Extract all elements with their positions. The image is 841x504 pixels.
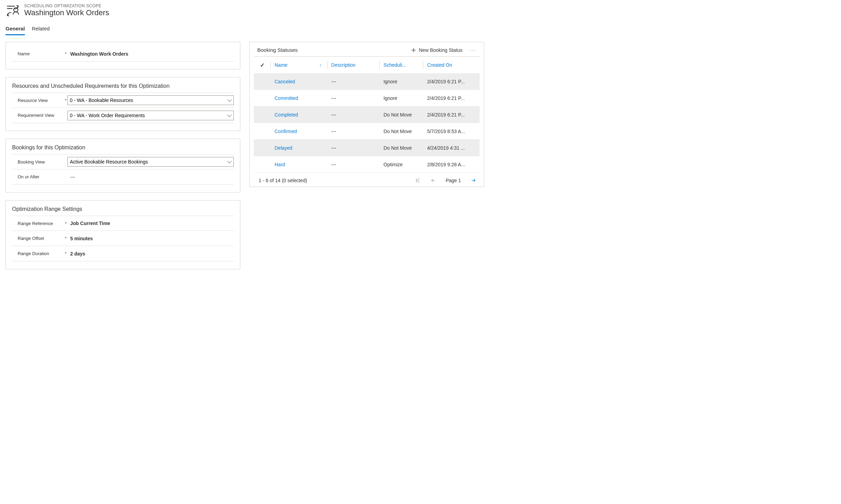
pager-next-button[interactable] bbox=[471, 178, 476, 183]
record-title: Washington Work Orders bbox=[24, 8, 109, 17]
row-created-on: 2/8/2019 9:28 A... bbox=[423, 162, 480, 167]
range-reference-field[interactable]: Job Current Time bbox=[67, 221, 234, 226]
range-section-title: Optimization Range Settings bbox=[12, 206, 234, 212]
row-scheduling: Optimize bbox=[379, 162, 423, 167]
resource-view-select[interactable]: 0 - WA - Bookable Resources bbox=[67, 95, 234, 105]
booking-view-select[interactable]: Active Bookable Resource Bookings bbox=[67, 157, 234, 167]
check-icon: ✓ bbox=[260, 62, 265, 68]
resources-section: Resources and Unscheduled Requirements f… bbox=[6, 77, 240, 131]
select-all-column[interactable]: ✓ bbox=[254, 62, 270, 68]
bookings-section-title: Bookings for this Optimization bbox=[12, 144, 234, 151]
scope-icon bbox=[6, 3, 20, 18]
new-booking-status-button[interactable]: New Booking Status bbox=[411, 47, 462, 53]
row-name-link[interactable]: Hard bbox=[270, 162, 327, 167]
tab-strip: General Related bbox=[6, 24, 484, 36]
table-row[interactable]: Committed---Ignore2/4/2019 6:21 P... bbox=[254, 90, 480, 106]
row-created-on: 2/4/2019 6:21 P... bbox=[423, 79, 480, 84]
row-name-link[interactable]: Canceled bbox=[270, 79, 327, 84]
row-created-on: 4/24/2019 4:31 ... bbox=[423, 145, 480, 151]
sort-asc-icon: ↑ bbox=[319, 63, 327, 68]
column-header-created-on[interactable]: Created On bbox=[423, 62, 480, 68]
required-indicator: * bbox=[64, 51, 67, 56]
required-indicator: * bbox=[64, 221, 67, 226]
required-indicator: * bbox=[64, 98, 67, 103]
row-scheduling: Ignore bbox=[379, 79, 423, 84]
table-row[interactable]: Completed---Do Not Move2/4/2019 6:21 P..… bbox=[254, 106, 480, 123]
name-section: Name * Washington Work Orders bbox=[6, 42, 240, 69]
table-row[interactable]: Confirmed---Do Not Move5/7/2019 8:53 A..… bbox=[254, 123, 480, 140]
row-description: --- bbox=[327, 112, 379, 118]
row-name-link[interactable]: Committed bbox=[270, 95, 327, 101]
row-name-link[interactable]: Completed bbox=[270, 112, 327, 118]
new-booking-status-label: New Booking Status bbox=[419, 47, 462, 53]
range-duration-field[interactable]: 2 days bbox=[67, 251, 234, 256]
row-description: --- bbox=[327, 79, 379, 84]
row-description: --- bbox=[327, 95, 379, 101]
pager-prev-button[interactable] bbox=[431, 178, 436, 183]
row-scheduling: Do Not Move bbox=[379, 112, 423, 118]
row-scheduling: Do Not Move bbox=[379, 129, 423, 134]
requirement-view-label: Requirement View bbox=[12, 113, 64, 118]
range-duration-label: Range Duration bbox=[12, 251, 64, 256]
row-created-on: 2/4/2019 6:21 P... bbox=[423, 112, 480, 118]
resource-view-label: Resource View bbox=[12, 98, 64, 103]
required-indicator: * bbox=[64, 236, 67, 241]
pager-page-label: Page 1 bbox=[446, 178, 461, 183]
entity-type-label: SCHEDULING OPTIMIZATION SCOPE bbox=[24, 3, 109, 8]
column-header-name[interactable]: Name ↑ bbox=[270, 62, 327, 68]
row-scheduling: Do Not Move bbox=[379, 145, 423, 151]
range-reference-label: Range Reference bbox=[12, 221, 64, 226]
name-field[interactable]: Washington Work Orders bbox=[67, 51, 234, 57]
required-indicator: * bbox=[64, 251, 67, 256]
tab-related[interactable]: Related bbox=[32, 24, 50, 35]
on-or-after-field[interactable]: --- bbox=[67, 174, 234, 180]
booking-statuses-grid: ✓ Name ↑ Description Scheduli... Created… bbox=[254, 56, 480, 173]
range-section: Optimization Range Settings Range Refere… bbox=[6, 200, 240, 269]
requirement-view-select[interactable]: 0 - WA - Work Order Requirements bbox=[67, 111, 234, 120]
row-name-link[interactable]: Confirmed bbox=[270, 129, 327, 134]
column-header-description[interactable]: Description bbox=[327, 62, 379, 68]
booking-view-label: Booking View bbox=[12, 159, 64, 165]
row-created-on: 5/7/2019 8:53 A... bbox=[423, 129, 480, 134]
on-or-after-label: On or After bbox=[12, 174, 64, 179]
column-header-scheduling[interactable]: Scheduli... bbox=[379, 62, 423, 68]
row-description: --- bbox=[327, 162, 379, 167]
plus-icon bbox=[411, 48, 416, 53]
page-header: SCHEDULING OPTIMIZATION SCOPE Washington… bbox=[6, 3, 484, 18]
row-created-on: 2/4/2019 6:21 P... bbox=[423, 95, 480, 101]
row-description: --- bbox=[327, 129, 379, 134]
booking-statuses-panel: Booking Statuses New Booking Status ··· bbox=[249, 42, 484, 187]
range-offset-field[interactable]: 5 minutes bbox=[67, 236, 234, 241]
subgrid-title: Booking Statuses bbox=[254, 46, 298, 54]
row-scheduling: Ignore bbox=[379, 95, 423, 101]
resources-section-title: Resources and Unscheduled Requirements f… bbox=[12, 83, 234, 89]
grid-range-text: 1 - 6 of 14 (0 selected) bbox=[259, 178, 307, 183]
table-row[interactable]: Delayed---Do Not Move4/24/2019 4:31 ... bbox=[254, 140, 480, 156]
pager-first-button[interactable] bbox=[415, 178, 421, 183]
table-row[interactable]: Canceled---Ignore2/4/2019 6:21 P... bbox=[254, 73, 480, 90]
tab-general[interactable]: General bbox=[6, 24, 25, 35]
more-commands-button[interactable]: ··· bbox=[469, 47, 478, 53]
range-offset-label: Range Offset bbox=[12, 236, 64, 241]
row-description: --- bbox=[327, 145, 379, 151]
bookings-section: Bookings for this Optimization Booking V… bbox=[6, 139, 240, 193]
name-label: Name bbox=[12, 51, 64, 56]
table-row[interactable]: Hard---Optimize2/8/2019 9:28 A... bbox=[254, 156, 480, 173]
row-name-link[interactable]: Delayed bbox=[270, 145, 327, 151]
